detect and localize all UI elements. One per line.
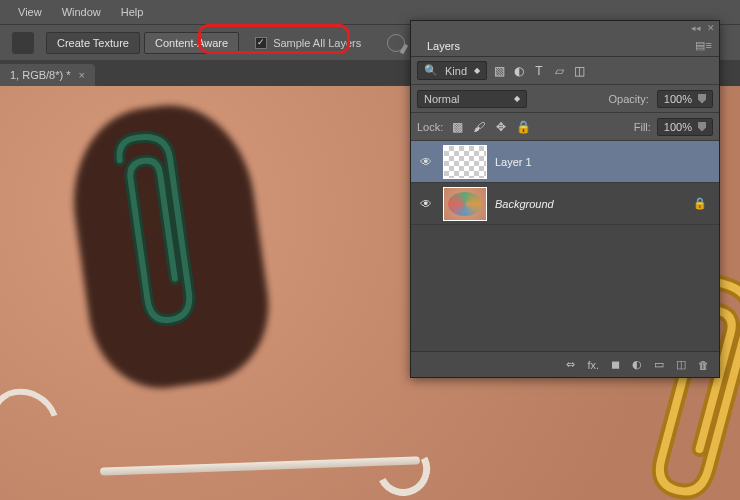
create-texture-button[interactable]: Create Texture (46, 32, 140, 54)
opacity-input[interactable]: 100% (657, 90, 713, 108)
delete-layer-icon[interactable]: 🗑 (698, 359, 709, 371)
layer-thumbnail[interactable] (443, 145, 487, 179)
adjustment-layer-icon[interactable]: ◐ (632, 358, 642, 371)
panel-menu-icon[interactable]: ▤≡ (695, 39, 713, 52)
menu-window[interactable]: Window (54, 2, 109, 22)
opacity-value: 100% (664, 93, 692, 105)
search-icon: 🔍 (424, 64, 438, 77)
chevron-icon: ◆ (474, 66, 480, 75)
lock-image-icon[interactable]: 🖌 (471, 119, 487, 135)
visibility-icon[interactable]: 👁 (417, 197, 435, 211)
blend-row: Normal ◆ Opacity: 100% (411, 85, 719, 113)
fill-label: Fill: (634, 121, 651, 133)
layer-row[interactable]: 👁 Background 🔒 (411, 183, 719, 225)
document-tab-title: 1, RGB/8*) * (10, 69, 71, 81)
lock-icon: 🔒 (693, 197, 707, 210)
new-layer-icon[interactable]: ◫ (676, 358, 686, 371)
fill-input[interactable]: 100% (657, 118, 713, 136)
pressure-size-icon[interactable] (387, 34, 405, 52)
filter-type-icon[interactable]: T (531, 63, 547, 79)
fill-value: 100% (664, 121, 692, 133)
blend-mode-value: Normal (424, 93, 459, 105)
lock-transparent-icon[interactable]: ▩ (449, 119, 465, 135)
slider-icon (698, 122, 706, 132)
sample-all-layers-option[interactable]: ✓ Sample All Layers (249, 35, 367, 51)
lock-label: Lock: (417, 121, 443, 133)
slider-icon (698, 94, 706, 104)
layers-tab[interactable]: Layers (419, 36, 468, 56)
filter-shape-icon[interactable]: ▱ (551, 63, 567, 79)
layer-name[interactable]: Layer 1 (495, 156, 532, 168)
sample-all-layers-label: Sample All Layers (273, 37, 361, 49)
filter-smart-icon[interactable]: ◫ (571, 63, 587, 79)
opacity-label: Opacity: (609, 93, 649, 105)
close-tab-icon[interactable]: × (79, 69, 85, 81)
document-tab[interactable]: 1, RGB/8*) * × (0, 64, 95, 86)
layers-panel: ◂◂ ✕ Layers ▤≡ 🔍 Kind ◆ ▧ ◐ T ▱ ◫ Normal… (410, 20, 720, 378)
layer-name[interactable]: Background (495, 198, 554, 210)
panel-collapse-icon[interactable]: ◂◂ (691, 23, 701, 33)
layer-mask-icon[interactable]: ◼ (611, 358, 620, 371)
sample-all-layers-checkbox[interactable]: ✓ (255, 37, 267, 49)
filter-kind-label: Kind (445, 65, 467, 77)
panel-titlebar[interactable]: ◂◂ ✕ (411, 21, 719, 35)
layer-row[interactable]: 👁 Layer 1 (411, 141, 719, 183)
filter-kind-dropdown[interactable]: 🔍 Kind ◆ (417, 61, 487, 80)
link-layers-icon[interactable]: ⇔ (566, 358, 575, 371)
panel-close-icon[interactable]: ✕ (707, 23, 715, 33)
layer-list: 👁 Layer 1 👁 Background 🔒 (411, 141, 719, 351)
content-aware-button[interactable]: Content-Aware (144, 32, 239, 54)
layer-thumbnail[interactable] (443, 187, 487, 221)
tool-preset-icon[interactable] (12, 32, 34, 54)
blend-mode-dropdown[interactable]: Normal ◆ (417, 90, 527, 108)
lock-all-icon[interactable]: 🔒 (515, 119, 531, 135)
lock-position-icon[interactable]: ✥ (493, 119, 509, 135)
panel-footer: ⇔ fx. ◼ ◐ ▭ ◫ 🗑 (411, 351, 719, 377)
menu-view[interactable]: View (10, 2, 50, 22)
lock-row: Lock: ▩ 🖌 ✥ 🔒 Fill: 100% (411, 113, 719, 141)
filter-pixel-icon[interactable]: ▧ (491, 63, 507, 79)
chevron-icon: ◆ (514, 94, 520, 103)
visibility-icon[interactable]: 👁 (417, 155, 435, 169)
layer-filter-row: 🔍 Kind ◆ ▧ ◐ T ▱ ◫ (411, 57, 719, 85)
layer-fx-icon[interactable]: fx. (587, 359, 599, 371)
filter-adjust-icon[interactable]: ◐ (511, 63, 527, 79)
menu-help[interactable]: Help (113, 2, 152, 22)
new-group-icon[interactable]: ▭ (654, 358, 664, 371)
